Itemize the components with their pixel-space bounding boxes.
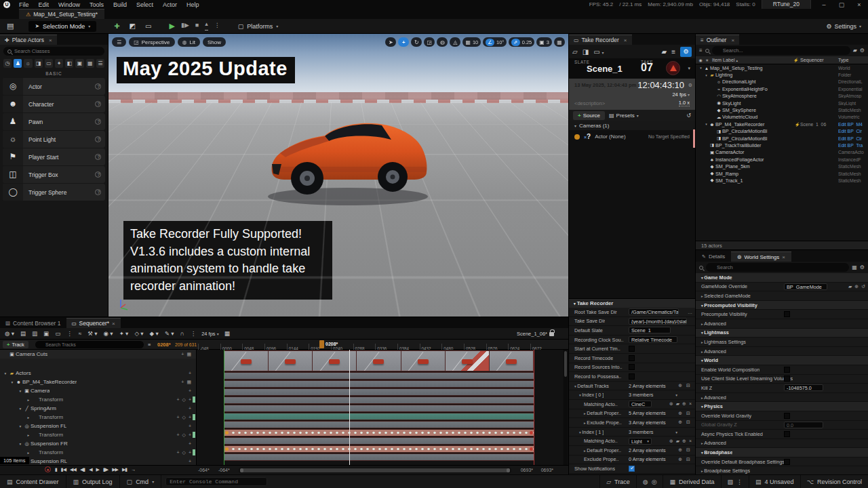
type-cell[interactable]: StaticMesh bbox=[838, 108, 868, 113]
play-button[interactable]: ▶ bbox=[169, 22, 174, 30]
setting-value[interactable]: /Game/Cinematics/Tak bbox=[629, 308, 679, 315]
camera-cuts-track[interactable] bbox=[224, 350, 534, 371]
setting-value[interactable]: 2 Array elements bbox=[629, 383, 666, 389]
browse-folder-button[interactable]: ▰ bbox=[661, 48, 667, 56]
trace-button[interactable]: ▱Trace bbox=[599, 475, 636, 488]
expand-arrow-icon[interactable]: ▾ bbox=[18, 442, 23, 446]
row-action-icons[interactable] bbox=[669, 439, 692, 444]
add-source-button[interactable]: +Source bbox=[573, 111, 605, 120]
setting-value[interactable]: Relative Timecode bbox=[629, 336, 677, 343]
setting-checkbox[interactable] bbox=[629, 355, 635, 361]
outliner-settings-icon[interactable]: ⚙ bbox=[860, 47, 865, 54]
track-lane[interactable] bbox=[224, 453, 534, 461]
spawnable-column-icon[interactable]: ⚡ bbox=[793, 58, 800, 62]
keyframe-lane[interactable] bbox=[224, 445, 534, 453]
angle-snap-button[interactable]: ∠10° bbox=[483, 37, 507, 47]
revert-button[interactable]: ↺ bbox=[686, 113, 691, 119]
search-classes-input[interactable] bbox=[3, 47, 104, 56]
settings-row[interactable]: Precomputed Visibility bbox=[696, 301, 868, 310]
settings-row[interactable]: Index [ 1 ] 3 members bbox=[569, 428, 695, 437]
row-action-icons[interactable] bbox=[678, 457, 692, 462]
setting-value[interactable]: CineC bbox=[629, 401, 652, 407]
close-icon[interactable]: × bbox=[112, 321, 115, 327]
row-action-icons[interactable] bbox=[678, 411, 692, 416]
settings-row[interactable]: Show Notifications bbox=[569, 464, 695, 474]
world-coord-button[interactable]: ◍ bbox=[437, 37, 448, 47]
select-tool-button[interactable]: ➤ bbox=[385, 37, 396, 47]
row-action-icons[interactable] bbox=[678, 420, 692, 425]
settings-row[interactable]: Async Physics Tick Enabled bbox=[696, 430, 868, 439]
type-cell[interactable]: CameraActo bbox=[838, 150, 868, 155]
type-cell[interactable]: StaticMesh bbox=[838, 171, 868, 176]
view-options-icon[interactable]: ◉ ▾ bbox=[104, 330, 113, 337]
category-icon[interactable]: ▦ bbox=[86, 59, 94, 68]
settings-row[interactable]: Record Sources Into.. bbox=[569, 363, 695, 373]
type-cell[interactable]: Edit BP_Cir bbox=[838, 136, 868, 141]
record-button[interactable] bbox=[666, 61, 680, 75]
edit-options-icon[interactable]: ✎ ▾ bbox=[165, 330, 174, 337]
viewport-menu-button[interactable]: ☰ bbox=[112, 37, 126, 47]
expand-arrow-icon[interactable]: ▾ bbox=[18, 389, 23, 393]
place-actor-item[interactable]: ◯ Trigger Sphere bbox=[3, 184, 105, 201]
settings-row[interactable]: Index [ 0 ] 3 members bbox=[569, 390, 695, 400]
play-options-icon[interactable]: ⋮ bbox=[214, 22, 220, 30]
stop-button[interactable]: ■ bbox=[195, 22, 199, 30]
console-command-input[interactable] bbox=[165, 477, 267, 486]
track-action-icons[interactable]: + bbox=[189, 459, 196, 464]
settings-row[interactable]: Advanced bbox=[696, 439, 868, 449]
track-row[interactable]: ▾ ◎ Suspension RL + bbox=[0, 457, 196, 465]
presets-dropdown[interactable]: ▤Presets▾ bbox=[609, 113, 639, 119]
settings-row[interactable]: Recording Clock Sou.. Relative Timecode bbox=[569, 336, 695, 345]
setting-value[interactable]: 3 members bbox=[629, 429, 654, 435]
type-cell[interactable]: SkyLight bbox=[838, 101, 868, 106]
panel-settings-icon[interactable]: ⚙ bbox=[860, 264, 865, 270]
outliner-row[interactable]: ▾ ☻ BP_M4_TakeRecorder ⚡ Scene_1_06 Edit… bbox=[696, 121, 868, 127]
find-in-content-browser-icon[interactable]: ▥ bbox=[32, 330, 37, 337]
track-row[interactable]: ▾ ☻ BP_M4_TakeRecorder + ▦ bbox=[0, 378, 196, 386]
outliner-row[interactable]: ◉ SkyLight SkyLight bbox=[696, 100, 868, 106]
step-back-button[interactable]: ◀▮ bbox=[80, 467, 85, 472]
settings-row[interactable]: Lightmass Settings bbox=[696, 338, 868, 347]
setting-value[interactable]: {year}-{month}-{day}/{slate} bbox=[629, 318, 687, 325]
outliner-row[interactable]: ▾ ▲ Map_M4_Setup_Testing World bbox=[696, 64, 868, 71]
expand-arrow-icon[interactable]: ▾ bbox=[18, 407, 23, 411]
surface-snap-button[interactable]: ◬ bbox=[450, 37, 460, 47]
search-tracks-input[interactable] bbox=[35, 341, 144, 348]
track-action-icons[interactable]: + bbox=[189, 424, 196, 428]
row-action-icons[interactable] bbox=[678, 447, 692, 453]
source-enabled-toggle[interactable] bbox=[574, 134, 580, 140]
settings-row[interactable]: Override Default Broadphase Settings bbox=[696, 458, 868, 467]
chevron-down-icon[interactable]: ▾ bbox=[688, 66, 690, 71]
setting-checkbox[interactable] bbox=[784, 367, 790, 373]
setting-value[interactable]: 3 members bbox=[629, 392, 654, 398]
track-filter-icon[interactable]: ≡ bbox=[148, 342, 151, 348]
settings-row[interactable]: Advanced bbox=[696, 393, 868, 403]
type-cell[interactable]: Edit BP_Cir bbox=[838, 129, 868, 134]
type-cell[interactable]: Edit BP_Tra bbox=[838, 143, 868, 148]
settings-row[interactable]: Game Mode bbox=[696, 273, 868, 283]
snapping-icon[interactable]: ∩ bbox=[180, 330, 184, 337]
menu-item[interactable]: Select bbox=[132, 1, 158, 8]
setting-checkbox[interactable] bbox=[784, 413, 790, 419]
timecode-settings-icon[interactable]: ⚙ bbox=[688, 83, 692, 88]
setting-value[interactable]: -1048575.0 bbox=[784, 384, 823, 391]
play-reverse-button[interactable]: ◀ bbox=[89, 467, 92, 472]
view-start-field[interactable]: -064* bbox=[218, 468, 230, 472]
menu-item[interactable]: Edit bbox=[34, 1, 54, 8]
close-icon[interactable]: × bbox=[782, 254, 785, 260]
scale-snap-button[interactable]: ⇗0.25 bbox=[509, 37, 534, 47]
settings-row[interactable]: Exclude Prope.. 0 Array elements bbox=[569, 455, 695, 465]
timeline-vertical-scrollbar[interactable] bbox=[564, 350, 568, 465]
track-action-icons[interactable]: + ▦ bbox=[181, 352, 196, 357]
track-action-icons[interactable]: + ▦ bbox=[181, 380, 196, 385]
type-cell[interactable]: Exponential bbox=[838, 87, 868, 92]
loop-button[interactable]: → bbox=[131, 467, 135, 472]
setting-checkbox[interactable] bbox=[784, 311, 790, 317]
insights-buttons[interactable]: ◍◎ bbox=[636, 475, 663, 488]
slate-options-button[interactable]: ▭ ▾ bbox=[593, 48, 604, 56]
add-track-button[interactable]: +Track bbox=[3, 341, 28, 348]
track-lane[interactable] bbox=[224, 405, 534, 412]
track-row[interactable]: ▾ ◎ Suspension FL + bbox=[0, 422, 196, 430]
setting-checkbox[interactable] bbox=[784, 375, 790, 382]
settings-row[interactable]: Advanced bbox=[696, 319, 868, 329]
